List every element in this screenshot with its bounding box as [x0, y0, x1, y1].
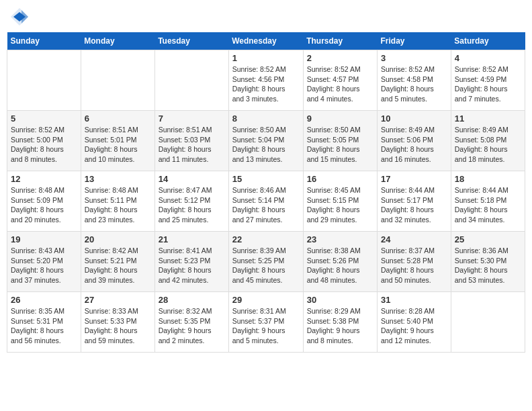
- calendar-cell: 2Sunrise: 8:52 AM Sunset: 4:57 PM Daylig…: [303, 50, 377, 111]
- day-number: 14: [159, 174, 225, 184]
- day-info: Sunrise: 8:48 AM Sunset: 5:09 PM Dayligh…: [11, 185, 77, 225]
- calendar-cell: 10Sunrise: 8:49 AM Sunset: 5:06 PM Dayli…: [378, 111, 451, 171]
- day-info: Sunrise: 8:32 AM Sunset: 5:35 PM Dayligh…: [159, 306, 225, 346]
- day-info: Sunrise: 8:52 AM Sunset: 4:57 PM Dayligh…: [307, 64, 373, 104]
- day-number: 28: [159, 295, 225, 305]
- day-info: Sunrise: 8:47 AM Sunset: 5:12 PM Dayligh…: [159, 185, 225, 225]
- day-number: 30: [307, 295, 373, 305]
- calendar-cell: 21Sunrise: 8:41 AM Sunset: 5:23 PM Dayli…: [154, 232, 228, 292]
- calendar-cell: 30Sunrise: 8:29 AM Sunset: 5:38 PM Dayli…: [303, 292, 377, 353]
- logo: [9, 7, 32, 27]
- day-info: Sunrise: 8:52 AM Sunset: 4:58 PM Dayligh…: [381, 64, 447, 104]
- day-info: Sunrise: 8:43 AM Sunset: 5:20 PM Dayligh…: [11, 246, 77, 285]
- day-info: Sunrise: 8:33 AM Sunset: 5:33 PM Dayligh…: [85, 306, 151, 346]
- calendar-header: SundayMondayTuesdayWednesdayThursdayFrid…: [7, 32, 525, 50]
- weekday-header-row: SundayMondayTuesdayWednesdayThursdayFrid…: [7, 32, 525, 50]
- day-info: Sunrise: 8:48 AM Sunset: 5:11 PM Dayligh…: [85, 185, 151, 225]
- day-number: 1: [232, 53, 300, 63]
- calendar-week-4: 19Sunrise: 8:43 AM Sunset: 5:20 PM Dayli…: [7, 232, 525, 292]
- weekday-header-monday: Monday: [81, 32, 154, 50]
- page-header: [7, 7, 525, 27]
- calendar-cell: 27Sunrise: 8:33 AM Sunset: 5:33 PM Dayli…: [81, 292, 154, 353]
- day-number: 10: [381, 113, 447, 124]
- weekday-header-thursday: Thursday: [303, 32, 377, 50]
- day-number: 31: [381, 295, 447, 305]
- day-number: 5: [11, 113, 77, 124]
- weekday-header-wednesday: Wednesday: [228, 32, 303, 50]
- calendar-cell: 9Sunrise: 8:50 AM Sunset: 5:05 PM Daylig…: [303, 111, 377, 171]
- calendar-cell: 26Sunrise: 8:35 AM Sunset: 5:31 PM Dayli…: [7, 292, 81, 353]
- calendar-cell: 6Sunrise: 8:51 AM Sunset: 5:01 PM Daylig…: [81, 111, 154, 171]
- day-info: Sunrise: 8:37 AM Sunset: 5:28 PM Dayligh…: [381, 246, 447, 285]
- calendar-cell: 22Sunrise: 8:39 AM Sunset: 5:25 PM Dayli…: [228, 232, 303, 292]
- calendar-cell: [451, 292, 525, 353]
- calendar-cell: 7Sunrise: 8:51 AM Sunset: 5:03 PM Daylig…: [154, 111, 228, 171]
- day-info: Sunrise: 8:49 AM Sunset: 5:06 PM Dayligh…: [381, 125, 447, 165]
- day-info: Sunrise: 8:38 AM Sunset: 5:26 PM Dayligh…: [307, 246, 373, 285]
- calendar-cell: 19Sunrise: 8:43 AM Sunset: 5:20 PM Dayli…: [7, 232, 81, 292]
- calendar-cell: 11Sunrise: 8:49 AM Sunset: 5:08 PM Dayli…: [451, 111, 525, 171]
- calendar-cell: 24Sunrise: 8:37 AM Sunset: 5:28 PM Dayli…: [378, 232, 451, 292]
- day-number: 9: [307, 113, 373, 124]
- day-info: Sunrise: 8:31 AM Sunset: 5:37 PM Dayligh…: [232, 306, 300, 346]
- day-number: 21: [159, 234, 225, 244]
- calendar-cell: 18Sunrise: 8:44 AM Sunset: 5:18 PM Dayli…: [451, 171, 525, 232]
- day-info: Sunrise: 8:28 AM Sunset: 5:40 PM Dayligh…: [381, 306, 447, 346]
- day-number: 15: [232, 174, 300, 184]
- day-number: 2: [307, 53, 373, 63]
- day-number: 23: [307, 234, 373, 244]
- day-number: 12: [11, 174, 77, 184]
- day-info: Sunrise: 8:44 AM Sunset: 5:18 PM Dayligh…: [455, 185, 521, 225]
- calendar-cell: 12Sunrise: 8:48 AM Sunset: 5:09 PM Dayli…: [7, 171, 81, 232]
- day-number: 6: [85, 113, 151, 124]
- day-info: Sunrise: 8:52 AM Sunset: 4:56 PM Dayligh…: [232, 64, 300, 104]
- calendar-cell: 28Sunrise: 8:32 AM Sunset: 5:35 PM Dayli…: [154, 292, 228, 353]
- day-info: Sunrise: 8:39 AM Sunset: 5:25 PM Dayligh…: [232, 246, 300, 285]
- weekday-header-tuesday: Tuesday: [154, 32, 228, 50]
- calendar-week-2: 5Sunrise: 8:52 AM Sunset: 5:00 PM Daylig…: [7, 111, 525, 171]
- logo-icon: [9, 7, 30, 27]
- calendar-cell: [81, 50, 154, 111]
- calendar-cell: 8Sunrise: 8:50 AM Sunset: 5:04 PM Daylig…: [228, 111, 303, 171]
- calendar-week-1: 1Sunrise: 8:52 AM Sunset: 4:56 PM Daylig…: [7, 50, 525, 111]
- day-info: Sunrise: 8:35 AM Sunset: 5:31 PM Dayligh…: [11, 306, 77, 346]
- day-number: 13: [85, 174, 151, 184]
- calendar-cell: 15Sunrise: 8:46 AM Sunset: 5:14 PM Dayli…: [228, 171, 303, 232]
- day-number: 24: [381, 234, 447, 244]
- day-info: Sunrise: 8:44 AM Sunset: 5:17 PM Dayligh…: [381, 185, 447, 225]
- calendar-cell: 14Sunrise: 8:47 AM Sunset: 5:12 PM Dayli…: [154, 171, 228, 232]
- day-number: 11: [455, 113, 521, 124]
- day-info: Sunrise: 8:52 AM Sunset: 5:00 PM Dayligh…: [11, 125, 77, 165]
- day-number: 29: [232, 295, 300, 305]
- calendar-week-3: 12Sunrise: 8:48 AM Sunset: 5:09 PM Dayli…: [7, 171, 525, 232]
- calendar-cell: [154, 50, 228, 111]
- day-info: Sunrise: 8:51 AM Sunset: 5:03 PM Dayligh…: [159, 125, 225, 165]
- day-info: Sunrise: 8:51 AM Sunset: 5:01 PM Dayligh…: [85, 125, 151, 165]
- calendar-cell: [7, 50, 81, 111]
- calendar-cell: 16Sunrise: 8:45 AM Sunset: 5:15 PM Dayli…: [303, 171, 377, 232]
- calendar-cell: 20Sunrise: 8:42 AM Sunset: 5:21 PM Dayli…: [81, 232, 154, 292]
- calendar-cell: 25Sunrise: 8:36 AM Sunset: 5:30 PM Dayli…: [451, 232, 525, 292]
- calendar-cell: 29Sunrise: 8:31 AM Sunset: 5:37 PM Dayli…: [228, 292, 303, 353]
- calendar-cell: 13Sunrise: 8:48 AM Sunset: 5:11 PM Dayli…: [81, 171, 154, 232]
- calendar-cell: 3Sunrise: 8:52 AM Sunset: 4:58 PM Daylig…: [378, 50, 451, 111]
- day-info: Sunrise: 8:46 AM Sunset: 5:14 PM Dayligh…: [232, 185, 300, 225]
- day-number: 17: [381, 174, 447, 184]
- calendar-week-5: 26Sunrise: 8:35 AM Sunset: 5:31 PM Dayli…: [7, 292, 525, 353]
- calendar-cell: 17Sunrise: 8:44 AM Sunset: 5:17 PM Dayli…: [378, 171, 451, 232]
- day-number: 27: [85, 295, 151, 305]
- day-info: Sunrise: 8:50 AM Sunset: 5:05 PM Dayligh…: [307, 125, 373, 165]
- day-number: 26: [11, 295, 77, 305]
- day-info: Sunrise: 8:49 AM Sunset: 5:08 PM Dayligh…: [455, 125, 521, 165]
- day-number: 4: [455, 53, 521, 63]
- calendar-cell: 5Sunrise: 8:52 AM Sunset: 5:00 PM Daylig…: [7, 111, 81, 171]
- calendar-cell: 23Sunrise: 8:38 AM Sunset: 5:26 PM Dayli…: [303, 232, 377, 292]
- day-info: Sunrise: 8:50 AM Sunset: 5:04 PM Dayligh…: [232, 125, 300, 165]
- day-info: Sunrise: 8:42 AM Sunset: 5:21 PM Dayligh…: [85, 246, 151, 285]
- day-number: 7: [159, 113, 225, 124]
- day-info: Sunrise: 8:36 AM Sunset: 5:30 PM Dayligh…: [455, 246, 521, 285]
- day-number: 22: [232, 234, 300, 244]
- day-number: 18: [455, 174, 521, 184]
- day-info: Sunrise: 8:41 AM Sunset: 5:23 PM Dayligh…: [159, 246, 225, 285]
- day-info: Sunrise: 8:52 AM Sunset: 4:59 PM Dayligh…: [455, 64, 521, 104]
